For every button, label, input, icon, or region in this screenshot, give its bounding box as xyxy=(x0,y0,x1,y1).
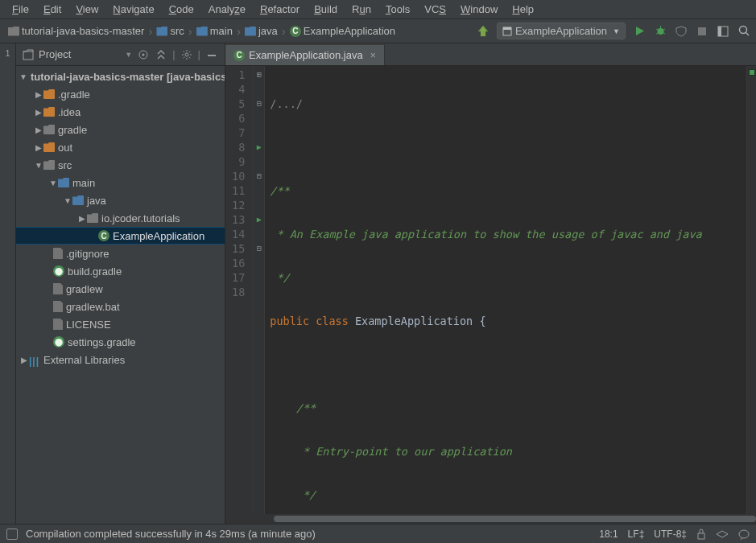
collapse-all-button[interactable] xyxy=(155,48,167,61)
menu-view[interactable]: View xyxy=(68,2,105,17)
layout-button[interactable] xyxy=(716,24,730,39)
breadcrumb-src[interactable]: src xyxy=(153,23,187,39)
project-panel: Project ▼ | | ▼tutorial-java-basics-mast… xyxy=(16,43,225,524)
lock-icon[interactable] xyxy=(696,529,706,540)
project-icon xyxy=(23,49,34,60)
svg-point-16 xyxy=(185,53,188,56)
menu-navigate[interactable]: Navigate xyxy=(105,2,161,17)
caret-position[interactable]: 18:1 xyxy=(599,529,618,540)
menu-code[interactable]: Code xyxy=(162,2,201,17)
tree-item-license[interactable]: LICENSE xyxy=(16,315,225,333)
tool-window-project-number[interactable]: 1 xyxy=(5,48,10,58)
menu-vcs[interactable]: VCS xyxy=(417,2,453,17)
svg-rect-8 xyxy=(698,27,706,35)
breadcrumb-project[interactable]: tutorial-java-basics-master xyxy=(5,23,147,39)
editor-tabs: C ExampleApplication.java × xyxy=(225,43,756,66)
breadcrumb-sep: › xyxy=(148,25,152,37)
line-separator[interactable]: LF‡ xyxy=(628,529,645,540)
tree-item-app-selected[interactable]: CExampleApplication xyxy=(16,227,225,245)
stop-button[interactable] xyxy=(695,24,709,39)
chevron-down-icon[interactable]: ▼ xyxy=(125,51,132,59)
tree-item-gradle[interactable]: ▶gradle xyxy=(16,121,225,138)
svg-point-11 xyxy=(739,27,746,34)
project-panel-title[interactable]: Project xyxy=(39,48,120,60)
statusbar: Compilation completed successfully in 4s… xyxy=(0,524,756,543)
breadcrumb-sep: › xyxy=(237,25,241,37)
menu-help[interactable]: Help xyxy=(505,2,541,17)
tree-item-gradle-hidden[interactable]: ▶.gradle xyxy=(16,85,225,103)
coverage-button[interactable] xyxy=(674,24,688,39)
menu-tools[interactable]: Tools xyxy=(378,2,417,17)
breadcrumb-sep: › xyxy=(282,25,286,37)
gutter-marks[interactable]: ⊞ ⊟ ▶ ⊟ ▶ ⊟ xyxy=(254,66,265,514)
hat-icon[interactable] xyxy=(716,529,729,539)
tree-root[interactable]: ▼tutorial-java-basics-master [java-basic… xyxy=(16,68,225,85)
breadcrumb-sep: › xyxy=(188,25,192,37)
tool-strip-left: 1 xyxy=(0,43,16,524)
tree-item-package[interactable]: ▶io.jcoder.tutorials xyxy=(16,209,225,227)
scroll-from-source-button[interactable] xyxy=(137,48,150,61)
svg-point-15 xyxy=(143,53,145,56)
svg-rect-1 xyxy=(503,27,511,30)
tree-item-idea[interactable]: ▶.idea xyxy=(16,103,225,121)
code-editor[interactable]: 1 4 5 6 7 8 9 10 11 12 13 14 15 16 17 18… xyxy=(225,66,756,514)
run-gutter-icon[interactable]: ▶ xyxy=(254,212,264,227)
tool-windows-icon[interactable] xyxy=(6,529,18,540)
breadcrumb-class[interactable]: CExampleApplication xyxy=(287,23,399,39)
project-panel-header: Project ▼ | | xyxy=(16,43,225,66)
notifications-icon[interactable] xyxy=(738,529,750,540)
svg-line-5 xyxy=(663,29,665,30)
file-encoding[interactable]: UTF-8‡ xyxy=(654,529,687,540)
horizontal-scrollbar[interactable] xyxy=(225,514,756,524)
tree-item-buildgradle[interactable]: ⬤build.gradle xyxy=(16,262,225,280)
tree-item-java[interactable]: ▼java xyxy=(16,191,225,209)
line-gutter[interactable]: 1 4 5 6 7 8 9 10 11 12 13 14 15 16 17 18 xyxy=(225,66,254,514)
tree-external-libs[interactable]: ▶External Libraries xyxy=(16,351,225,368)
menu-file[interactable]: File xyxy=(5,2,36,17)
svg-line-4 xyxy=(656,29,658,30)
search-everywhere-button[interactable] xyxy=(737,24,751,39)
hide-button[interactable] xyxy=(205,48,218,61)
settings-gear-icon[interactable] xyxy=(180,48,193,61)
tree-item-main[interactable]: ▼main xyxy=(16,174,225,191)
app-icon xyxy=(502,27,512,36)
project-tree[interactable]: ▼tutorial-java-basics-master [java-basic… xyxy=(16,66,225,524)
tree-item-settings[interactable]: ⬤settings.gradle xyxy=(16,333,225,351)
svg-line-12 xyxy=(746,33,749,36)
navbar: tutorial-java-basics-master › src › main… xyxy=(0,19,756,43)
run-config-select[interactable]: ExampleApplication ▼ xyxy=(497,23,626,39)
debug-button[interactable] xyxy=(653,24,667,39)
breadcrumb-main[interactable]: main xyxy=(193,23,236,39)
breadcrumb-java[interactable]: java xyxy=(242,23,281,39)
tree-item-out[interactable]: ▶out xyxy=(16,138,225,156)
library-icon xyxy=(29,355,40,364)
menu-analyze[interactable]: Analyze xyxy=(201,2,253,17)
tab-example-application[interactable]: C ExampleApplication.java × xyxy=(225,44,385,65)
menu-refactor[interactable]: Refactor xyxy=(253,2,307,17)
svg-line-7 xyxy=(663,33,665,34)
separator: | xyxy=(198,48,200,60)
no-errors-indicator xyxy=(749,69,755,76)
run-button[interactable] xyxy=(632,24,647,39)
close-icon[interactable]: × xyxy=(370,50,376,61)
build-button[interactable] xyxy=(476,24,490,39)
editor-error-stripe[interactable] xyxy=(746,66,756,514)
menu-window[interactable]: Window xyxy=(453,2,505,17)
menu-build[interactable]: Build xyxy=(307,2,345,17)
svg-rect-13 xyxy=(23,51,33,60)
code-content[interactable]: /.../ /** * An Example java application … xyxy=(265,66,746,514)
svg-rect-10 xyxy=(718,27,721,36)
run-gutter-icon[interactable]: ▶ xyxy=(254,140,264,154)
tree-item-gradlewbat[interactable]: gradlew.bat xyxy=(16,298,225,315)
tree-item-gitignore[interactable]: .gitignore xyxy=(16,245,225,262)
menu-edit[interactable]: Edit xyxy=(36,2,68,17)
separator: | xyxy=(172,48,175,60)
menubar: File Edit View Navigate Code Analyze Ref… xyxy=(0,0,756,19)
editor-area: C ExampleApplication.java × 1 4 5 6 7 8 … xyxy=(225,43,756,524)
svg-point-19 xyxy=(739,530,749,538)
tree-item-src[interactable]: ▼src xyxy=(16,156,225,174)
menu-run[interactable]: Run xyxy=(345,2,378,17)
tree-item-gradlew[interactable]: gradlew xyxy=(16,280,225,298)
scrollbar-thumb[interactable] xyxy=(274,516,756,522)
status-message: Compilation completed successfully in 4s… xyxy=(26,528,591,540)
